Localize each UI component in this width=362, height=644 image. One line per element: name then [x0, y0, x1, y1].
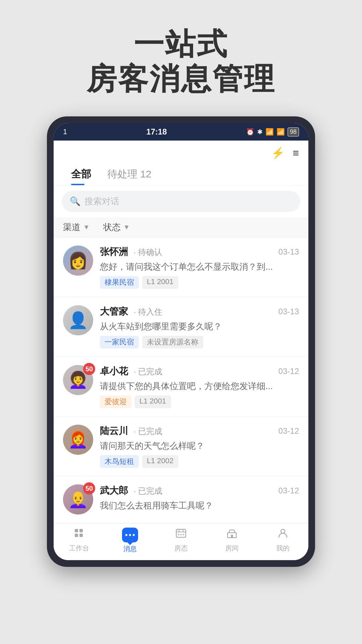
signal-icon: 📶: [277, 128, 285, 136]
nav-room[interactable]: 房间: [215, 528, 249, 553]
svg-rect-12: [231, 535, 233, 538]
svg-rect-4: [176, 529, 186, 537]
message-status: · 已完成: [133, 427, 162, 436]
tag-1: L1 2002: [142, 455, 178, 468]
nav-profile[interactable]: 我的: [266, 528, 300, 553]
message-name: 陆云川: [100, 426, 128, 436]
avatar-wrap: 👤: [63, 305, 93, 335]
avatar-wrap: 👩‍🦲 50: [63, 484, 93, 515]
headline-line1: 一站式: [134, 27, 228, 61]
menu-button[interactable]: ≡: [293, 147, 299, 159]
message-name-status: 陆云川 · 已完成: [100, 425, 162, 437]
message-tags: 棣果民宿L1 2001: [100, 276, 299, 289]
status-filter[interactable]: 状态 ▼: [103, 221, 130, 233]
message-status: · 待确认: [133, 248, 162, 257]
svg-point-13: [281, 529, 285, 533]
room-status-icon: [176, 528, 186, 542]
message-name-status: 大管家 · 待入住: [100, 305, 162, 318]
message-tags: 木鸟短租L1 2002: [100, 455, 299, 468]
battery-indicator: 98: [288, 127, 299, 137]
message-top: 武大郎 · 已完成 03-12: [100, 484, 299, 497]
avatar-face: 👩‍🦱: [68, 372, 88, 388]
room-label: 房间: [225, 544, 239, 553]
search-icon: 🔍: [70, 196, 80, 207]
nav-workbench[interactable]: 工作台: [62, 528, 96, 553]
avatar: 👩: [63, 246, 93, 276]
message-preview: 请提供下您的具体位置吧，方便给您发详细...: [100, 380, 299, 392]
message-list: 👩 张怀洲 · 待确认 03-13 您好，请问我这个订单怎么不显示取消？到...…: [54, 237, 308, 523]
message-tags: 爱彼迎L1 2001: [100, 395, 299, 408]
message-top: 陆云川 · 已完成 03-12: [100, 425, 299, 437]
message-preview: 您好，请问我这个订单怎么不显示取消？到...: [100, 261, 299, 273]
avatar-face: 👩: [68, 253, 88, 269]
status-left: 1: [63, 127, 67, 136]
message-status: · 已完成: [133, 367, 162, 376]
app-content: ⚡ ≡ 全部 待处理 12 🔍 搜索对话: [54, 141, 308, 560]
svg-rect-1: [75, 534, 78, 537]
phone-mockup: 1 17:18 ⏰ ✱ 📶 📶 98 ⚡ ≡ 全部: [47, 116, 315, 567]
alarm-icon: ⏰: [246, 128, 254, 136]
tag-1: 未设置房源名称: [142, 336, 203, 348]
message-item-3[interactable]: 👩‍🦱 50 卓小花 · 已完成 03-12 请提供下您的具体位置吧，方便给您发…: [54, 357, 308, 417]
headline-line2: 房客消息管理: [86, 62, 276, 96]
workbench-icon: [74, 528, 84, 542]
message-tags: 一家民宿未设置房源名称: [100, 336, 299, 348]
message-date: 03-12: [279, 426, 299, 436]
message-date: 03-12: [279, 367, 299, 376]
wifi-icon: 📶: [265, 128, 274, 136]
room-status-label: 房态: [174, 544, 188, 553]
tabs-row: 全部 待处理 12: [54, 163, 308, 185]
channel-filter-arrow: ▼: [83, 223, 90, 231]
avatar-face: 👩‍🦲: [68, 491, 88, 507]
profile-label: 我的: [276, 544, 290, 553]
message-item-4[interactable]: 👩‍🦰 陆云川 · 已完成 03-12 请问那天的天气怎么样呢？ 木鸟短租L1 …: [54, 417, 308, 476]
message-top: 卓小花 · 已完成 03-12: [100, 365, 299, 378]
avatar-face: 👩‍🦰: [68, 432, 88, 448]
tag-0: 一家民宿: [100, 336, 139, 348]
svg-point-9: [180, 534, 182, 535]
tab-pending[interactable]: 待处理 12: [99, 163, 160, 185]
message-date: 03-12: [279, 486, 299, 495]
app-header: ⚡ ≡: [54, 141, 308, 163]
tag-1: L1 2001: [135, 395, 171, 408]
avatar-wrap: 👩‍🦰: [63, 425, 93, 455]
unread-badge: 50: [83, 482, 95, 494]
message-name: 大管家: [100, 306, 128, 317]
message-date: 03-13: [279, 307, 299, 316]
message-preview: 从火车站到您哪里需要多久呢？: [100, 321, 299, 332]
message-name-status: 张怀洲 · 待确认: [100, 246, 162, 258]
search-placeholder: 搜索对话: [84, 196, 119, 207]
avatar: 👩‍🦰: [63, 425, 93, 455]
tag-1: L1 2001: [142, 276, 178, 289]
message-item-1[interactable]: 👩 张怀洲 · 待确认 03-13 您好，请问我这个订单怎么不显示取消？到...…: [54, 237, 308, 297]
svg-rect-0: [75, 529, 78, 532]
notification-dot: 1: [63, 127, 67, 136]
message-body: 大管家 · 待入住 03-13 从火车站到您哪里需要多久呢？ 一家民宿未设置房源…: [100, 305, 299, 348]
message-body: 卓小花 · 已完成 03-12 请提供下您的具体位置吧，方便给您发详细... 爱…: [100, 365, 299, 408]
message-name: 武大郎: [100, 485, 128, 496]
message-preview: 请问那天的天气怎么样呢？: [100, 440, 299, 452]
lightning-button[interactable]: ⚡: [271, 147, 285, 159]
svg-rect-2: [79, 529, 83, 532]
message-name-status: 武大郎 · 已完成: [100, 484, 162, 497]
avatar: 👤: [63, 305, 93, 335]
message-date: 03-13: [279, 247, 299, 257]
profile-icon: [278, 528, 288, 542]
nav-messages[interactable]: 消息: [113, 528, 147, 553]
channel-filter[interactable]: 渠道 ▼: [63, 221, 90, 233]
tab-all[interactable]: 全部: [63, 163, 99, 185]
message-item-5[interactable]: 👩‍🦲 50 武大郎 · 已完成 03-12 我们怎么去租用骑车工具呢？: [54, 476, 308, 523]
phone-screen: 1 17:18 ⏰ ✱ 📶 📶 98 ⚡ ≡ 全部: [54, 123, 308, 560]
nav-room-status[interactable]: 房态: [164, 528, 198, 553]
message-status: · 待入住: [133, 307, 162, 316]
page-main-title: 一站式 房客消息管理: [13, 27, 349, 96]
messages-icon: [122, 528, 138, 542]
filter-row: 渠道 ▼ 状态 ▼: [54, 217, 308, 237]
status-right: ⏰ ✱ 📶 📶 98: [246, 127, 299, 137]
message-status: · 已完成: [133, 486, 162, 495]
message-item-2[interactable]: 👤 大管家 · 待入住 03-13 从火车站到您哪里需要多久呢？ 一家民宿未设置…: [54, 297, 308, 357]
status-filter-arrow: ▼: [123, 223, 130, 231]
page-title-area: 一站式 房客消息管理: [0, 0, 362, 116]
search-box[interactable]: 🔍 搜索对话: [62, 191, 300, 212]
message-preview: 我们怎么去租用骑车工具呢？: [100, 500, 299, 512]
